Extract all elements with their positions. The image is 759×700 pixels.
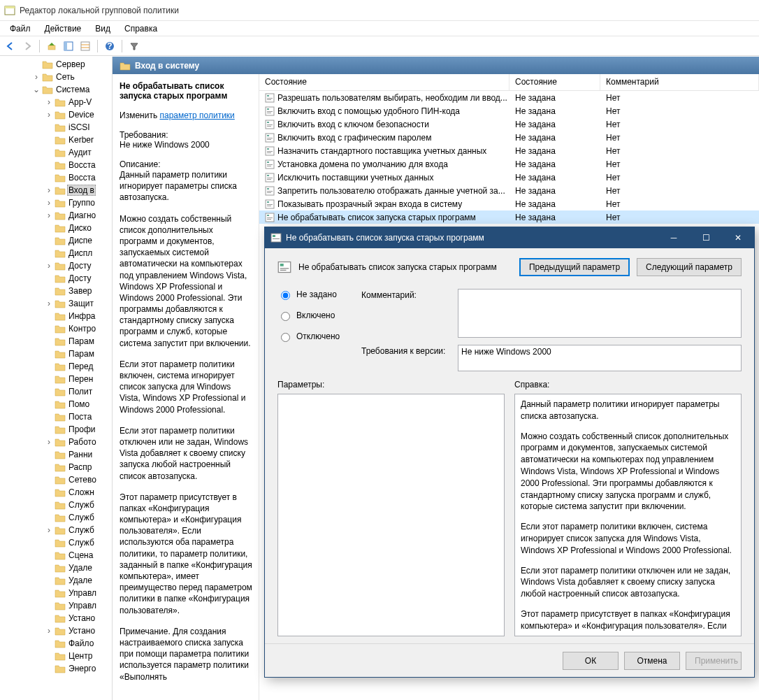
radio-not-configured-input[interactable] — [281, 291, 290, 300]
tree-item[interactable]: Перед — [0, 360, 112, 373]
tree-item[interactable]: ›Устано — [0, 624, 112, 637]
tree-item[interactable]: ›Защит — [0, 297, 112, 310]
radio-enabled-input[interactable] — [281, 312, 290, 321]
next-setting-button[interactable]: Следующий параметр — [637, 258, 742, 276]
tree-item[interactable]: Перен — [0, 373, 112, 385]
expand-icon[interactable]: › — [45, 185, 53, 195]
tree-pane[interactable]: Сервер›Сеть⌄Система›App-V›DeviceiSCSIKer… — [0, 57, 113, 700]
comment-textarea[interactable] — [458, 289, 742, 338]
col-state[interactable]: Состояние — [509, 74, 600, 90]
setting-row[interactable]: Исключить поставщики учетных данныхНе за… — [259, 171, 759, 184]
setting-row[interactable]: Включить вход с графическим паролемНе за… — [259, 131, 759, 144]
menu-Справка[interactable]: Справка — [117, 22, 164, 35]
forward-button[interactable] — [20, 38, 35, 54]
tree-item[interactable]: Парам — [0, 335, 112, 348]
setting-row[interactable]: Показывать прозрачный экран входа в сист… — [259, 197, 759, 210]
expand-icon[interactable]: › — [32, 72, 41, 82]
tree-item[interactable]: Центр — [0, 650, 112, 662]
menu-Действие[interactable]: Действие — [38, 22, 89, 35]
col-name[interactable]: Состояние — [259, 74, 509, 90]
previous-setting-button[interactable]: Предыдущий параметр — [519, 258, 630, 276]
expand-icon[interactable]: › — [45, 110, 53, 120]
tree-item[interactable]: Инфра — [0, 310, 112, 322]
tree-item[interactable]: Восста — [0, 171, 112, 184]
tree-item[interactable]: Управл — [0, 599, 112, 612]
expand-icon[interactable]: › — [45, 525, 53, 535]
tree-item[interactable]: Распр — [0, 461, 112, 473]
tree-item[interactable]: ›App-V — [0, 96, 112, 108]
tree-item[interactable]: Завер — [0, 285, 112, 297]
tree-item[interactable]: Помо — [0, 398, 112, 410]
radio-enabled[interactable]: Включено — [277, 310, 347, 321]
tree-item[interactable]: Парам — [0, 348, 112, 360]
tree-item[interactable]: Контро — [0, 322, 112, 335]
tree-item[interactable]: ›Вход в — [0, 184, 112, 197]
up-button[interactable] — [44, 38, 59, 54]
tree-item[interactable]: ⌄Система — [0, 83, 112, 96]
expand-icon[interactable]: › — [45, 299, 53, 308]
tree-item[interactable]: Диспл — [0, 247, 112, 259]
tree-item[interactable]: Удале — [0, 574, 112, 587]
cancel-button[interactable]: Отмена — [624, 652, 680, 670]
tree-item[interactable]: Диспе — [0, 234, 112, 247]
tree-item[interactable]: Полит — [0, 385, 112, 398]
tree-item[interactable]: ›Диагно — [0, 209, 112, 222]
expand-icon[interactable]: › — [45, 261, 53, 271]
maximize-button[interactable]: ☐ — [690, 227, 722, 248]
tree-item[interactable]: Управл — [0, 587, 112, 599]
menu-Файл[interactable]: Файл — [3, 22, 38, 35]
tree-item[interactable]: ›Сеть — [0, 71, 112, 83]
tree-item[interactable]: Сцена — [0, 549, 112, 562]
tree-item[interactable]: ›Device — [0, 108, 112, 121]
tree-item[interactable]: Служб — [0, 499, 112, 511]
expand-icon[interactable]: › — [45, 198, 53, 208]
setting-row[interactable]: Включить вход с ключом безопасностиНе за… — [259, 117, 759, 131]
tree-item[interactable]: ›Служб — [0, 524, 112, 536]
expand-icon[interactable]: › — [45, 97, 53, 107]
filter-button[interactable] — [127, 38, 142, 54]
help-button[interactable]: ? — [102, 38, 117, 54]
apply-button[interactable]: Применить — [686, 652, 742, 670]
setting-row[interactable]: Включить вход с помощью удобного ПИН-код… — [259, 104, 759, 117]
close-button[interactable]: ✕ — [722, 227, 754, 248]
tree-item[interactable]: Сервер — [0, 58, 112, 71]
tree-item[interactable]: ›Группо — [0, 197, 112, 209]
radio-disabled-input[interactable] — [281, 333, 290, 342]
setting-row[interactable]: Назначить стандартного поставщика учетны… — [259, 144, 759, 157]
col-comment[interactable]: Комментарий — [600, 74, 759, 90]
tree-item[interactable]: Досту — [0, 272, 112, 285]
expand-icon[interactable]: › — [45, 437, 53, 447]
tree-item[interactable]: Устано — [0, 612, 112, 624]
tree-item[interactable]: Ранни — [0, 448, 112, 461]
tree-item[interactable]: Сложн — [0, 486, 112, 499]
tree-item[interactable]: Диско — [0, 222, 112, 234]
expand-icon[interactable]: › — [45, 210, 53, 220]
setting-row[interactable]: Разрешать пользователям выбирать, необхо… — [259, 91, 759, 104]
tree-item[interactable]: Сетево — [0, 473, 112, 486]
edit-policy-link[interactable]: параметр политики — [159, 110, 234, 120]
tree-item[interactable]: Файло — [0, 637, 112, 650]
tree-item[interactable]: Аудит — [0, 146, 112, 159]
tree-item[interactable]: Удале — [0, 562, 112, 574]
tree-item[interactable]: Служб — [0, 511, 112, 524]
tree-item[interactable]: Энерго — [0, 662, 112, 675]
setting-row[interactable]: Установка домена по умолчанию для входаН… — [259, 157, 759, 171]
tree-item[interactable]: ›Работо — [0, 436, 112, 448]
tree-item[interactable]: ›Досту — [0, 259, 112, 272]
setting-row[interactable]: Не обрабатывать список запуска старых пр… — [259, 210, 759, 224]
list-view-button[interactable] — [78, 38, 93, 54]
expand-icon[interactable]: › — [45, 626, 53, 636]
show-tree-button[interactable] — [61, 38, 76, 54]
ok-button[interactable]: ОК — [563, 652, 619, 670]
tree-item[interactable]: Поста — [0, 410, 112, 423]
radio-not-configured[interactable]: Не задано — [277, 289, 347, 300]
menu-Вид[interactable]: Вид — [88, 22, 117, 35]
tree-item[interactable]: Служб — [0, 536, 112, 549]
back-button[interactable] — [3, 38, 18, 54]
tree-item[interactable]: Профи — [0, 423, 112, 436]
minimize-button[interactable]: ─ — [658, 227, 690, 248]
setting-row[interactable]: Запретить пользователю отображать данные… — [259, 184, 759, 197]
expand-icon[interactable]: ⌄ — [32, 85, 41, 94]
radio-disabled[interactable]: Отключено — [277, 331, 347, 342]
tree-item[interactable]: Kerber — [0, 134, 112, 146]
